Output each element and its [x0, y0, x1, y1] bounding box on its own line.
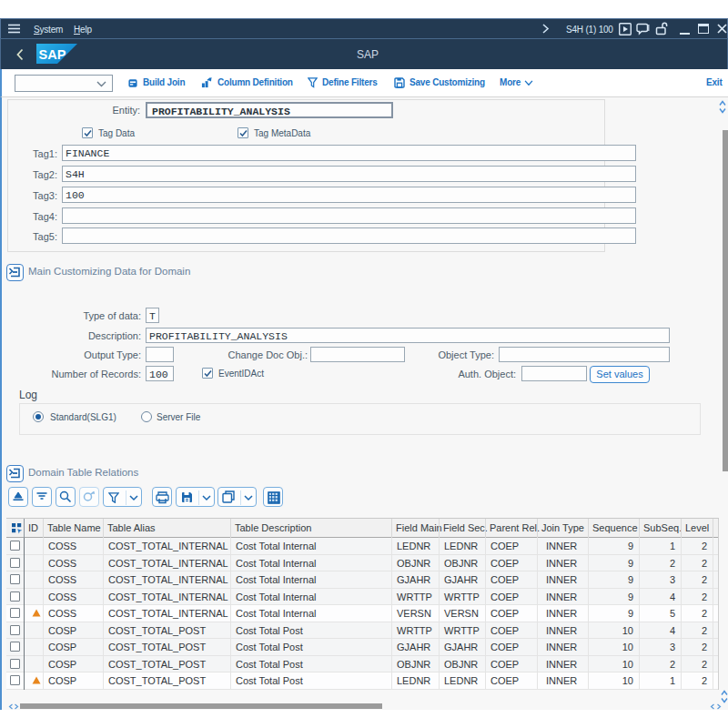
svg-text:SAP: SAP: [39, 47, 66, 62]
